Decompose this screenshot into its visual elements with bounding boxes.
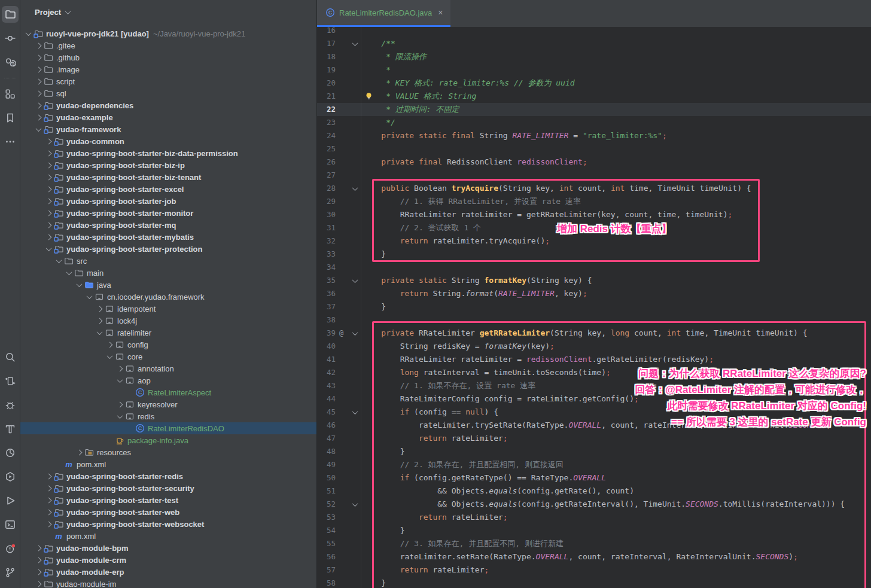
tree-item-config[interactable]: config: [20, 339, 316, 351]
fold-chevron-icon[interactable]: [352, 330, 358, 336]
code-line-23[interactable]: 23 */: [317, 116, 871, 129]
project-header[interactable]: Project: [20, 0, 316, 24]
code-line-45[interactable]: 45 if (config == null) {: [317, 406, 871, 419]
tree-item-yudao-module-crm[interactable]: yudao-module-crm: [20, 554, 316, 566]
chevron-right-icon[interactable]: [44, 522, 53, 526]
tree-item-yudao-common[interactable]: yudao-common: [20, 135, 316, 147]
fold-chevron-icon[interactable]: [352, 40, 358, 46]
tree-item-yudao-framework[interactable]: yudao-framework: [20, 123, 316, 135]
tree-item-yudao-spring-boot-starter-redis[interactable]: yudao-spring-boot-starter-redis: [20, 470, 316, 482]
chevron-right-icon[interactable]: [44, 175, 53, 179]
run-icon[interactable]: [2, 492, 19, 509]
chevron-right-icon[interactable]: [34, 56, 43, 60]
tree-item-cn-iocoder-yudao-framework[interactable]: cn.iocoder.yudao.framework: [20, 291, 316, 303]
bookmarks-icon[interactable]: [2, 109, 19, 126]
tree-item-package-info-java[interactable]: package-info.java: [20, 434, 316, 446]
profiler-icon[interactable]: [2, 444, 19, 461]
code-line-22[interactable]: 22 * 过期时间: 不固定: [317, 103, 871, 116]
editor-content[interactable]: 1617 /**18 * 限流操作19 *20 * KEY 格式: rate_l…: [317, 27, 871, 588]
chevron-right-icon[interactable]: [34, 115, 43, 120]
tree-item-yudao-dependencies[interactable]: yudao-dependencies: [20, 99, 316, 111]
debug-icon[interactable]: [2, 397, 19, 413]
chevron-right-icon[interactable]: [44, 163, 53, 167]
chevron-right-icon[interactable]: [34, 558, 43, 562]
code-line-38[interactable]: 38: [317, 313, 871, 327]
intention-bulb-icon[interactable]: [365, 92, 373, 100]
code-line-42[interactable]: 42 long rateInterval = timeUnit.toSecond…: [317, 366, 871, 379]
code-line-27[interactable]: 27: [317, 169, 871, 182]
tree-item-ruoyi-vue-pro-jdk21-yudao-[interactable]: ruoyi-vue-pro-jdk21 [yudao]~/Java/ruoyi-…: [20, 28, 316, 39]
chevron-right-icon[interactable]: [44, 187, 53, 191]
tree-item-yudao-spring-boot-starter-biz-ip[interactable]: yudao-spring-boot-starter-biz-ip: [20, 159, 316, 171]
chevron-down-icon[interactable]: [65, 271, 74, 275]
code-line-47[interactable]: 47 return rateLimiter;: [317, 432, 871, 445]
chevron-down-icon[interactable]: [24, 32, 33, 36]
search-icon[interactable]: [2, 349, 19, 365]
tree-item-yudao-spring-boot-starter-websocket[interactable]: yudao-spring-boot-starter-websocket: [20, 518, 316, 530]
tree-item-annotation[interactable]: annotation: [20, 362, 316, 374]
code-line-54[interactable]: 54 }: [317, 524, 871, 537]
tree-item-aop[interactable]: aop: [20, 374, 316, 386]
chevron-right-icon[interactable]: [44, 486, 53, 490]
chevron-right-icon[interactable]: [105, 343, 114, 347]
more-tool-windows-icon[interactable]: [2, 133, 19, 150]
chevron-right-icon[interactable]: [44, 510, 53, 514]
tree-item-ratelimiterredisdao[interactable]: CRateLimiterRedisDAO: [20, 422, 316, 434]
chevron-right-icon[interactable]: [95, 307, 104, 311]
code-line-30[interactable]: 30 RRateLimiter rateLimiter = getRRateLi…: [317, 208, 871, 221]
tree-item-yudao-example[interactable]: yudao-example: [20, 111, 316, 123]
code-line-34[interactable]: 34: [317, 261, 871, 274]
chevron-right-icon[interactable]: [44, 235, 53, 239]
tree-item-yudao-spring-boot-starter-web[interactable]: yudao-spring-boot-starter-web: [20, 506, 316, 518]
tree-item-ratelimiter[interactable]: ratelimiter: [20, 327, 316, 339]
tree-item-yudao-module-erp[interactable]: yudao-module-erp: [20, 566, 316, 578]
code-line-36[interactable]: 36 return String.format(RATE_LIMITER, ke…: [317, 287, 871, 300]
chevron-right-icon[interactable]: [34, 92, 43, 96]
code-line-58[interactable]: 58 }: [317, 577, 871, 588]
tree-item--gitee[interactable]: .gitee: [20, 39, 316, 51]
chevron-down-icon[interactable]: [85, 295, 94, 299]
chevron-down-icon[interactable]: [44, 247, 53, 251]
code-line-50[interactable]: 50 if (config.getRateType() == RateType.…: [317, 471, 871, 485]
annotation-gutter-icon[interactable]: @: [339, 327, 343, 340]
tree-item-idempotent[interactable]: idempotent: [20, 303, 316, 315]
pull-requests-icon[interactable]: ?: [2, 54, 19, 71]
chevron-right-icon[interactable]: [34, 570, 43, 574]
fold-chevron-icon[interactable]: [352, 185, 358, 191]
chevron-right-icon[interactable]: [44, 211, 53, 215]
code-line-57[interactable]: 57 return rateLimiter;: [317, 563, 871, 577]
tree-item-core[interactable]: core: [20, 351, 316, 362]
tree-item-main[interactable]: main: [20, 267, 316, 279]
chevron-right-icon[interactable]: [34, 80, 43, 84]
chevron-down-icon[interactable]: [115, 415, 124, 419]
code-line-33[interactable]: 33 }: [317, 248, 871, 261]
code-line-31[interactable]: 31 // 2. 尝试获取 1 个: [317, 221, 871, 234]
tree-item-yudao-spring-boot-starter-protection[interactable]: yudao-spring-boot-starter-protection: [20, 243, 316, 255]
tree-item-src[interactable]: src: [20, 255, 316, 267]
chevron-right-icon[interactable]: [44, 223, 53, 227]
code-line-55[interactable]: 55 // 3. 如果存在, 并且配置不同, 则进行新建: [317, 537, 871, 550]
tree-item-sql[interactable]: sql: [20, 87, 316, 99]
chevron-down-icon[interactable]: [75, 283, 84, 287]
code-line-17[interactable]: 17 /**: [317, 37, 871, 50]
code-line-53[interactable]: 53 return rateLimiter;: [317, 511, 871, 524]
build-icon[interactable]: [2, 421, 19, 437]
tree-item-yudao-spring-boot-starter-security[interactable]: yudao-spring-boot-starter-security: [20, 482, 316, 494]
tree-item-yudao-spring-boot-starter-mq[interactable]: yudao-spring-boot-starter-mq: [20, 219, 316, 231]
code-line-21[interactable]: 21 * VALUE 格式: String: [317, 90, 871, 103]
close-icon[interactable]: ×: [438, 8, 443, 17]
chevron-right-icon[interactable]: [75, 450, 84, 455]
code-line-20[interactable]: 20 * KEY 格式: rate_limiter:%s // 参数为 uuid: [317, 77, 871, 90]
run-configurations-icon[interactable]: [2, 468, 19, 485]
code-line-25[interactable]: 25: [317, 142, 871, 156]
terminal-icon[interactable]: [2, 516, 19, 533]
tree-item-pom-xml[interactable]: mpom.xml: [20, 458, 316, 470]
chevron-right-icon[interactable]: [44, 474, 53, 479]
chevron-right-icon[interactable]: [34, 44, 43, 48]
code-line-26[interactable]: 26 private final RedissonClient redisson…: [317, 156, 871, 169]
chevron-right-icon[interactable]: [44, 139, 53, 144]
problems-icon[interactable]: [2, 540, 19, 557]
fold-chevron-icon[interactable]: [352, 277, 358, 283]
editor-tab[interactable]: C RateLimiterRedisDAO.java ×: [317, 0, 450, 27]
tree-item-keyresolver[interactable]: keyresolver: [20, 398, 316, 410]
